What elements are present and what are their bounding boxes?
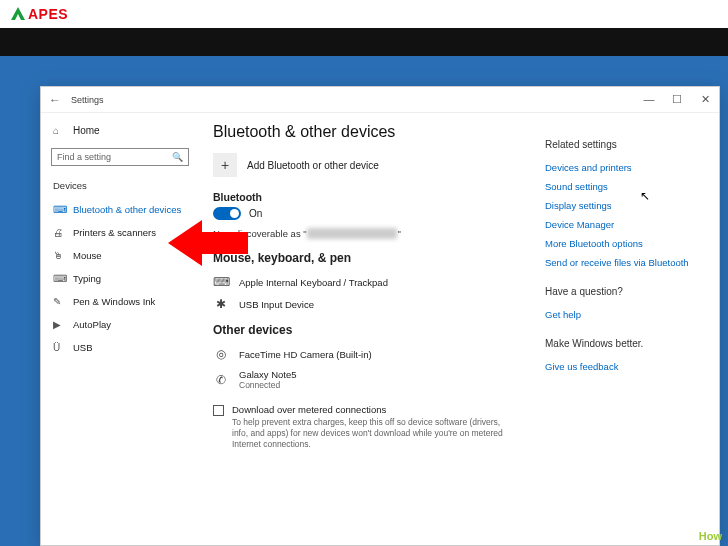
page-title: Bluetooth & other devices <box>213 123 529 141</box>
add-device-button[interactable]: + <box>213 153 237 177</box>
page-topbar: APES <box>0 0 728 28</box>
question-heading: Have a question? <box>545 286 709 297</box>
link-display-settings[interactable]: Display settings <box>545 196 709 215</box>
mouse-icon: 🖱 <box>53 250 65 261</box>
sidebar-item-typing[interactable]: ⌨Typing <box>47 268 193 289</box>
sidebar-item-label: Bluetooth & other devices <box>73 204 181 215</box>
metered-description: To help prevent extra charges, keep this… <box>232 417 512 450</box>
home-label: Home <box>73 125 100 136</box>
search-input[interactable]: Find a setting 🔍 <box>51 148 189 166</box>
sidebar-item-pen[interactable]: ✎Pen & Windows Ink <box>47 291 193 312</box>
printer-icon: 🖨 <box>53 227 65 238</box>
camera-icon: ◎ <box>213 347 229 361</box>
bluetooth-icon: ⌨ <box>53 204 65 215</box>
sidebar-home[interactable]: ⌂ Home <box>47 121 193 140</box>
apes-logo: APES <box>10 6 68 22</box>
sidebar-item-autoplay[interactable]: ▶AutoPlay <box>47 314 193 335</box>
device-usb-input[interactable]: ✱USB Input Device <box>213 293 529 315</box>
sidebar-item-label: Printers & scanners <box>73 227 156 238</box>
device-label: Galaxy Note5 <box>239 369 297 380</box>
sidebar: ⌂ Home Find a setting 🔍 Devices ⌨Bluetoo… <box>41 113 199 545</box>
bluetooth-heading: Bluetooth <box>213 191 529 203</box>
window-titlebar: ← Settings — ☐ ✕ <box>41 87 719 113</box>
back-button[interactable]: ← <box>49 93 61 107</box>
settings-window: ← Settings — ☐ ✕ ⌂ Home Find a setting 🔍… <box>40 86 720 546</box>
bluetooth-state: On <box>249 208 262 219</box>
cursor-icon: ↖ <box>640 189 650 203</box>
minimize-button[interactable]: — <box>643 93 655 106</box>
keyboard-icon: ⌨ <box>53 273 65 284</box>
home-icon: ⌂ <box>53 125 65 136</box>
right-panel: Related settings Devices and printers So… <box>539 113 719 545</box>
link-send-receive-files[interactable]: Send or receive files via Bluetooth <box>545 253 709 272</box>
device-keyboard[interactable]: ⌨Apple Internal Keyboard / Trackpad <box>213 271 529 293</box>
link-get-help[interactable]: Get help <box>545 305 709 324</box>
sidebar-item-usb[interactable]: ÜUSB <box>47 337 193 358</box>
device-status: Connected <box>239 380 297 390</box>
mkp-heading: Mouse, keyboard, & pen <box>213 251 529 265</box>
device-label: FaceTime HD Camera (Built-in) <box>239 349 372 360</box>
pen-icon: ✎ <box>53 296 65 307</box>
discoverable-text: Now discoverable as "REDACTED-DEVICE" <box>213 228 529 239</box>
phone-icon: ✆ <box>213 373 229 387</box>
device-label: Apple Internal Keyboard / Trackpad <box>239 277 388 288</box>
window-title: Settings <box>71 95 643 105</box>
other-devices-heading: Other devices <box>213 323 529 337</box>
main-panel: Bluetooth & other devices + Add Bluetoot… <box>199 113 539 545</box>
tutorial-arrow <box>168 216 248 270</box>
svg-marker-0 <box>168 220 248 266</box>
device-phone[interactable]: ✆ Galaxy Note5 Connected <box>213 365 529 394</box>
maximize-button[interactable]: ☐ <box>671 93 683 106</box>
related-settings-heading: Related settings <box>545 139 709 150</box>
keyboard-icon: ⌨ <box>213 275 229 289</box>
link-devices-printers[interactable]: Devices and printers <box>545 158 709 177</box>
sidebar-item-label: Typing <box>73 273 101 284</box>
add-device-row[interactable]: + Add Bluetooth or other device <box>213 153 529 177</box>
link-device-manager[interactable]: Device Manager <box>545 215 709 234</box>
link-feedback[interactable]: Give us feedback <box>545 357 709 376</box>
device-label: USB Input Device <box>239 299 314 310</box>
search-placeholder: Find a setting <box>57 152 172 162</box>
sidebar-category: Devices <box>47 178 193 197</box>
device-camera[interactable]: ◎FaceTime HD Camera (Built-in) <box>213 343 529 365</box>
usb-icon: Ü <box>53 342 65 353</box>
better-heading: Make Windows better. <box>545 338 709 349</box>
close-button[interactable]: ✕ <box>699 93 711 106</box>
bluetooth-icon: ✱ <box>213 297 229 311</box>
metered-label: Download over metered connections <box>232 404 512 415</box>
autoplay-icon: ▶ <box>53 319 65 330</box>
link-more-bluetooth[interactable]: More Bluetooth options <box>545 234 709 253</box>
metered-checkbox[interactable] <box>213 405 224 416</box>
sidebar-item-label: Pen & Windows Ink <box>73 296 155 307</box>
wikihow-watermark: wikiHow <box>679 530 722 542</box>
sidebar-item-label: AutoPlay <box>73 319 111 330</box>
sidebar-item-label: Mouse <box>73 250 102 261</box>
search-icon: 🔍 <box>172 152 183 162</box>
link-sound-settings[interactable]: Sound settings <box>545 177 709 196</box>
monitor-bezel <box>0 28 728 56</box>
add-device-label: Add Bluetooth or other device <box>247 160 379 171</box>
sidebar-item-label: USB <box>73 342 93 353</box>
